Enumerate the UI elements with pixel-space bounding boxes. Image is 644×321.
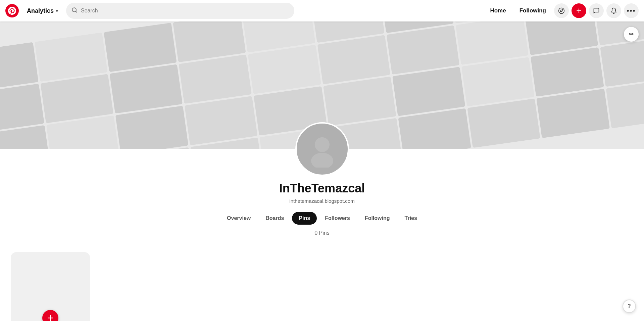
cover-tile — [179, 54, 252, 104]
cover-tile — [392, 67, 465, 116]
cover-tile — [323, 77, 396, 126]
tab-boards[interactable]: Boards — [259, 212, 291, 225]
cover-tile — [35, 33, 108, 82]
search-bar — [66, 3, 294, 19]
avatar — [295, 122, 349, 176]
messages-button[interactable] — [589, 3, 604, 18]
content-area — [0, 247, 644, 321]
svg-point-6 — [315, 137, 330, 152]
explore-button[interactable] — [554, 3, 569, 18]
add-pin-button[interactable] — [42, 310, 58, 321]
tab-followers[interactable]: Followers — [318, 212, 357, 225]
cover-tile — [0, 125, 50, 149]
profile-website[interactable]: inthetemazacal.blogspot.com — [289, 198, 354, 204]
more-options-button[interactable]: ••• — [624, 3, 639, 18]
cover-tile — [537, 89, 610, 138]
following-nav-button[interactable]: Following — [514, 5, 551, 17]
cover-tile — [317, 35, 390, 84]
analytics-label: Analytics — [27, 7, 54, 14]
cover-tile — [104, 23, 177, 72]
cover-tile — [467, 99, 540, 148]
analytics-button[interactable]: Analytics ▾ — [23, 5, 62, 17]
cover-tile — [461, 57, 535, 106]
search-input[interactable] — [81, 8, 289, 14]
cover-tile — [531, 47, 604, 97]
header: Analytics ▾ Home Following — [0, 0, 644, 21]
tab-tries[interactable]: Tries — [398, 212, 424, 225]
chevron-down-icon: ▾ — [56, 8, 58, 13]
profile-section: InTheTemazcal inthetemazacal.blogspot.co… — [0, 149, 644, 247]
cover-tile — [185, 96, 258, 145]
cover-tile — [115, 106, 189, 149]
cover-tile — [109, 64, 183, 113]
svg-marker-3 — [560, 9, 562, 12]
header-right: Home Following — [485, 3, 639, 18]
cover-tile — [0, 84, 44, 133]
search-icon — [71, 7, 78, 15]
help-button[interactable]: ? — [623, 300, 636, 313]
cover-tile — [386, 25, 459, 75]
notifications-button[interactable] — [606, 3, 621, 18]
profile-tabs: Overview Boards Pins Followers Following… — [220, 212, 424, 225]
tab-pins[interactable]: Pins — [292, 212, 317, 225]
svg-point-2 — [559, 8, 564, 14]
cover-tile — [0, 42, 38, 92]
add-button[interactable] — [572, 3, 586, 18]
profile-username: InTheTemazcal — [279, 181, 365, 195]
tab-following[interactable]: Following — [358, 212, 397, 225]
pencil-icon: ✏ — [629, 31, 634, 38]
cover-tile — [40, 74, 113, 123]
edit-cover-button[interactable]: ✏ — [624, 27, 639, 42]
pinterest-logo[interactable] — [5, 4, 19, 17]
tab-overview[interactable]: Overview — [220, 212, 257, 225]
add-pin-tile — [11, 252, 90, 321]
cover-tile — [606, 79, 644, 129]
home-button[interactable]: Home — [485, 5, 511, 17]
pins-count: 0 Pins — [314, 230, 329, 236]
svg-point-7 — [311, 153, 333, 168]
cover-tile — [600, 38, 644, 87]
svg-line-1 — [76, 11, 77, 12]
cover-tile — [248, 45, 321, 94]
